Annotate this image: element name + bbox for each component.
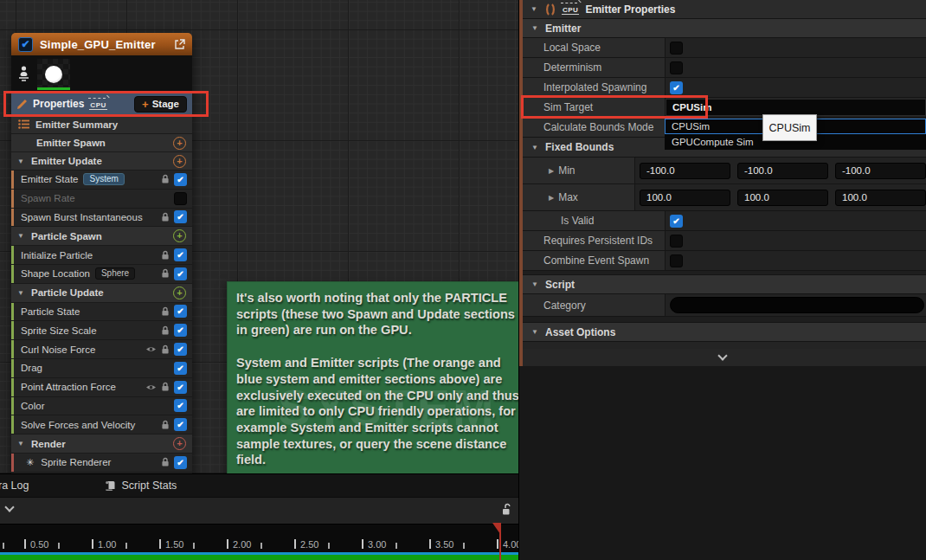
module-row-color[interactable]: Color ✔ — [11, 397, 192, 416]
tutorial-paragraph-1: It's also worth noting that only the PAR… — [236, 290, 519, 338]
details-header[interactable]: ▼ CPU Emitter Properties — [519, 0, 926, 19]
min-x-field[interactable]: -100.0 — [640, 163, 730, 179]
module-row-spawn-rate[interactable]: Spawn Rate — [11, 190, 192, 209]
details-expander[interactable] — [519, 349, 926, 366]
emitter-node-header[interactable]: ✔ Simple_GPU_Emitter — [11, 33, 192, 55]
collapse-triangle-icon[interactable]: ▼ — [531, 280, 540, 288]
add-renderer-button[interactable]: + — [173, 437, 186, 450]
system-badge[interactable]: System — [83, 173, 124, 185]
min-y-field[interactable]: -100.0 — [737, 163, 828, 179]
tab-script-stats[interactable]: Script Stats — [105, 480, 177, 492]
emitter-update-section[interactable]: ▼ Emitter Update + — [11, 152, 192, 171]
playhead-line[interactable] — [499, 523, 501, 560]
module-row-spawn-burst[interactable]: Spawn Burst Instantaneous ✔ — [11, 209, 192, 228]
module-row-sprite-renderer[interactable]: ✳ Sprite Renderer ✔ — [11, 454, 192, 473]
tick-label: 3.50 — [435, 539, 453, 550]
category-emitter[interactable]: ▼ Emitter — [519, 19, 926, 38]
add-stage-button[interactable]: + Stage — [134, 96, 187, 113]
minor-tick — [193, 543, 195, 549]
module-row-initialize-particle[interactable]: Initialize Particle ✔ — [11, 246, 192, 265]
graph-canvas[interactable]: ✔ Simple_GPU_Emitter — [0, 0, 519, 473]
module-row-point-attraction-force[interactable]: Point Attraction Force ✔ — [11, 378, 192, 397]
module-row-emitter-state[interactable]: Emitter State System ✔ — [11, 171, 192, 190]
module-enabled-checkbox[interactable]: ✔ — [174, 248, 187, 261]
collapse-triangle-icon[interactable]: ▼ — [531, 328, 540, 336]
thumbnail-active-underline — [37, 87, 70, 90]
collapse-triangle-icon[interactable]: ▼ — [17, 232, 26, 240]
module-enabled-checkbox[interactable]: ✔ — [174, 210, 187, 223]
emitter-node[interactable]: ✔ Simple_GPU_Emitter — [11, 33, 192, 473]
emitter-enabled-checkbox[interactable]: ✔ — [18, 37, 33, 52]
minor-tick — [125, 543, 127, 549]
category-asset-options[interactable]: ▼ Asset Options — [519, 323, 926, 342]
sim-target-dropdown[interactable]: CPUSim — [666, 99, 926, 116]
particle-update-section[interactable]: ▼ Particle Update + — [11, 284, 192, 303]
collapse-triangle-icon[interactable]: ▼ — [531, 5, 539, 13]
chevron-down-icon[interactable] — [4, 502, 14, 512]
module-row-curl-noise-force[interactable]: Curl Noise Force ✔ — [11, 340, 192, 359]
module-enabled-checkbox[interactable] — [174, 192, 187, 205]
lock-icon — [161, 250, 170, 261]
interpolated-spawning-checkbox[interactable]: ✔ — [670, 81, 683, 94]
open-external-icon[interactable] — [174, 39, 185, 50]
module-enabled-checkbox[interactable]: ✔ — [174, 456, 187, 469]
add-module-button[interactable]: + — [173, 286, 186, 299]
collapse-triangle-icon[interactable]: ▼ — [531, 24, 540, 32]
particle-spawn-section[interactable]: ▼ Particle Spawn + — [11, 227, 192, 246]
module-enabled-checkbox[interactable]: ✔ — [174, 267, 187, 280]
collapse-triangle-icon[interactable]: ▼ — [17, 158, 26, 165]
expand-triangle-icon[interactable]: ▶ — [549, 167, 554, 175]
unlock-icon[interactable] — [501, 503, 512, 517]
timeline-ruler[interactable]: 0.50 1.00 1.50 2.00 2.50 3.00 3.50 4.00 — [0, 524, 519, 552]
module-enabled-checkbox[interactable]: ✔ — [174, 305, 187, 318]
module-row-sprite-size-scale[interactable]: Sprite Size Scale ✔ — [11, 321, 192, 340]
emitter-properties-row[interactable]: Properties CPU + Stage — [11, 93, 192, 115]
category-input[interactable] — [670, 297, 924, 313]
determinism-checkbox[interactable] — [670, 61, 683, 74]
module-row-particle-state[interactable]: Particle State ✔ — [11, 303, 192, 322]
local-space-checkbox[interactable] — [670, 42, 683, 55]
module-enabled-checkbox[interactable]: ✔ — [174, 362, 187, 375]
module-enabled-checkbox[interactable]: ✔ — [174, 399, 187, 412]
details-title: Emitter Properties — [585, 3, 675, 16]
module-enabled-checkbox[interactable]: ✔ — [174, 418, 187, 431]
tick-label: 2.00 — [233, 539, 251, 550]
render-section[interactable]: ▼ Render + — [11, 434, 192, 454]
add-module-button[interactable]: + — [173, 155, 186, 168]
emitter-preview-thumbnail[interactable] — [37, 59, 70, 90]
add-module-button[interactable]: + — [173, 137, 186, 150]
max-z-field[interactable]: 100.0 — [835, 190, 926, 206]
collapse-triangle-icon[interactable]: ▼ — [17, 289, 26, 297]
module-enabled-checkbox[interactable]: ✔ — [174, 343, 187, 356]
properties-label: Properties — [33, 98, 84, 110]
eye-icon[interactable] — [145, 345, 157, 353]
min-z-field[interactable]: -100.0 — [835, 163, 926, 179]
property-row-min: ▶ Min -100.0 -100.0 -100.0 — [519, 158, 926, 184]
sphere-badge[interactable]: Sphere — [95, 267, 135, 280]
expand-triangle-icon[interactable]: ▶ — [549, 194, 554, 202]
emitter-summary-row[interactable]: Emitter Summary — [11, 115, 192, 134]
person-icon[interactable] — [16, 65, 31, 84]
major-tick — [362, 539, 363, 549]
module-enabled-checkbox[interactable]: ✔ — [174, 381, 187, 394]
module-row-shape-location[interactable]: Shape Location Sphere ✔ — [11, 265, 192, 284]
selection-category-bar — [519, 0, 523, 366]
tab-niagara-log[interactable]: ra Log — [0, 480, 29, 492]
max-x-field[interactable]: 100.0 — [640, 190, 730, 206]
collapse-triangle-icon[interactable]: ▼ — [17, 440, 26, 447]
combine-event-spawn-checkbox[interactable] — [670, 254, 683, 267]
category-script[interactable]: ▼ Script — [519, 275, 926, 294]
is-valid-checkbox[interactable]: ✔ — [670, 215, 683, 228]
collapse-triangle-icon[interactable]: ▼ — [531, 144, 540, 151]
max-y-field[interactable]: 100.0 — [737, 190, 828, 206]
emitter-spawn-section[interactable]: Emitter Spawn + — [11, 134, 192, 152]
module-row-solve-forces-velocity[interactable]: Solve Forces and Velocity ✔ — [11, 415, 192, 434]
module-enabled-checkbox[interactable]: ✔ — [174, 173, 187, 186]
module-row-drag[interactable]: Drag ✔ — [11, 359, 192, 378]
category-gap — [519, 317, 926, 323]
timeline-range-bar-green[interactable] — [0, 555, 519, 560]
eye-icon[interactable] — [145, 383, 157, 391]
module-enabled-checkbox[interactable]: ✔ — [174, 324, 187, 337]
requires-persistent-ids-checkbox[interactable] — [670, 235, 683, 248]
add-module-button[interactable]: + — [173, 229, 186, 242]
